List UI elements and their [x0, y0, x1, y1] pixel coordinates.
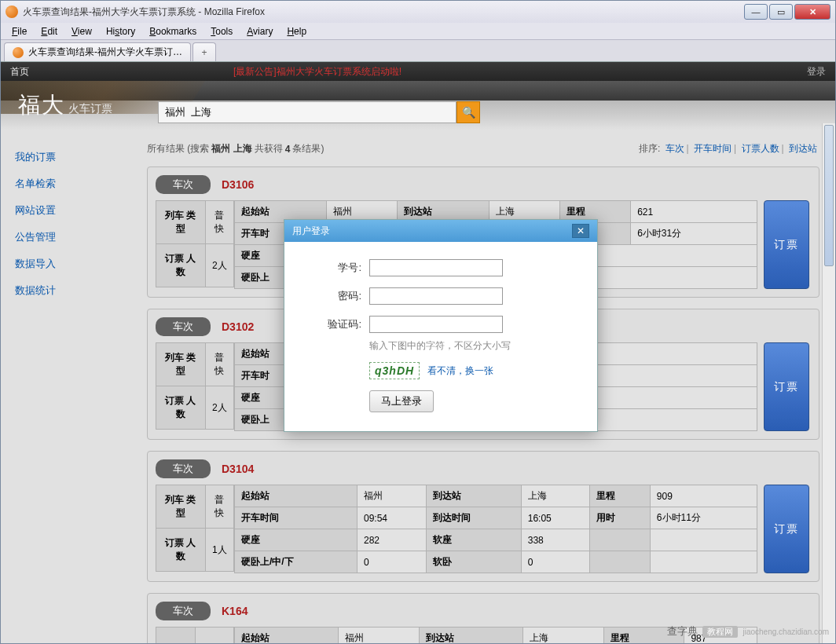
captcha-refresh-link[interactable]: 看不清，换一张 [427, 364, 493, 378]
label-student-id: 学号: [308, 261, 361, 275]
login-submit-button[interactable]: 马上登录 [369, 390, 434, 412]
captcha-image: q3hDH [369, 362, 420, 379]
captcha-hint: 输入下图中的字符，不区分大小写 [369, 339, 574, 353]
dialog-close-button[interactable]: ✕ [572, 224, 589, 238]
login-dialog: 用户登录 ✕ 学号: 密码: 验证码: 输入下图中的字符，不区分大小写 q3hD… [284, 219, 598, 432]
close-icon: ✕ [577, 225, 585, 236]
password-input[interactable] [369, 287, 503, 305]
dialog-title: 用户登录 [292, 225, 330, 238]
student-id-input[interactable] [369, 259, 503, 276]
captcha-input[interactable] [369, 316, 503, 333]
watermark: 查字典 教程网 jiaocheng.chazidian.com [667, 624, 829, 639]
label-password: 密码: [308, 289, 361, 303]
label-captcha: 验证码: [308, 317, 361, 331]
